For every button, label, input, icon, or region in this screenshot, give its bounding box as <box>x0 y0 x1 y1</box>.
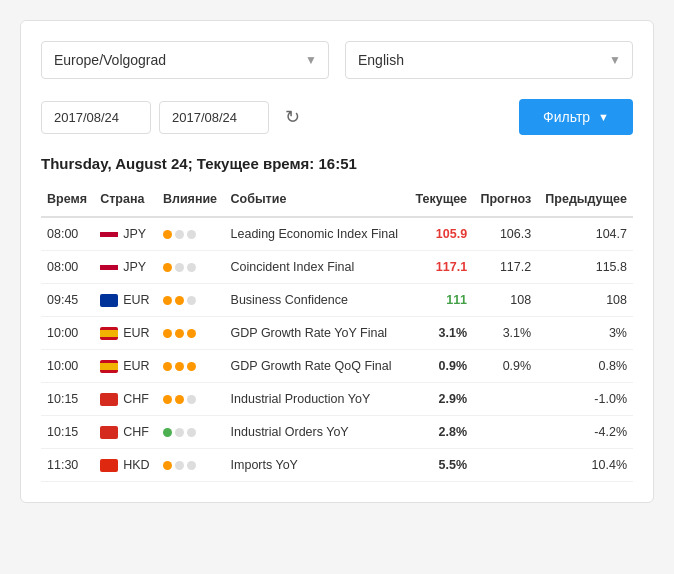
cell-current: 105.9 <box>408 217 473 251</box>
dot-empty <box>175 263 184 272</box>
country-flag <box>100 327 118 340</box>
col-header-previous: Предыдущее <box>537 186 633 217</box>
table-row: 10:00EURGDP Growth Rate YoY Final3.1%3.1… <box>41 317 633 350</box>
col-header-event: Событие <box>225 186 408 217</box>
country-code: CHF <box>123 392 149 406</box>
cell-time: 10:00 <box>41 317 94 350</box>
dot-orange <box>163 395 172 404</box>
dot-orange <box>175 296 184 305</box>
dot-empty <box>187 461 196 470</box>
cell-time: 10:00 <box>41 350 94 383</box>
timezone-select[interactable]: Europe/Volgograd UTC America/New_York Eu… <box>41 41 329 79</box>
dot-empty <box>187 263 196 272</box>
date-to-input[interactable] <box>159 101 269 134</box>
filter-button-label: Фильтр <box>543 109 590 125</box>
col-header-current: Текущее <box>408 186 473 217</box>
cell-country: CHF <box>94 383 157 416</box>
cell-event: Coincident Index Final <box>225 251 408 284</box>
cell-previous: 108 <box>537 284 633 317</box>
cell-previous: -1.0% <box>537 383 633 416</box>
cell-time: 08:00 <box>41 217 94 251</box>
cell-time: 11:30 <box>41 449 94 482</box>
country-flag <box>100 228 118 241</box>
cell-country: EUR <box>94 317 157 350</box>
country-code: EUR <box>123 326 149 340</box>
top-controls: Europe/Volgograd UTC America/New_York Eu… <box>41 41 633 79</box>
cell-time: 10:15 <box>41 383 94 416</box>
country-code: EUR <box>123 293 149 307</box>
col-header-influence: Влияние <box>157 186 225 217</box>
cell-previous: 104.7 <box>537 217 633 251</box>
dot-orange <box>163 329 172 338</box>
timezone-select-wrapper[interactable]: Europe/Volgograd UTC America/New_York Eu… <box>41 41 329 79</box>
cell-previous: 3% <box>537 317 633 350</box>
country-flag <box>100 426 118 439</box>
country-flag <box>100 261 118 274</box>
refresh-button[interactable]: ↻ <box>277 102 308 132</box>
dot-orange <box>163 461 172 470</box>
refresh-icon: ↻ <box>285 107 300 127</box>
cell-forecast: 0.9% <box>473 350 537 383</box>
cell-current: 3.1% <box>408 317 473 350</box>
date-heading: Thursday, August 24; Текущее время: 16:5… <box>41 155 633 172</box>
cell-forecast <box>473 383 537 416</box>
country-code: CHF <box>123 425 149 439</box>
table-row: 11:30HKDImports YoY5.5%10.4% <box>41 449 633 482</box>
table-row: 10:00EURGDP Growth Rate QoQ Final0.9%0.9… <box>41 350 633 383</box>
dot-orange <box>175 362 184 371</box>
cell-country: EUR <box>94 284 157 317</box>
dot-orange <box>163 263 172 272</box>
cell-event: Leading Economic Index Final <box>225 217 408 251</box>
cell-country: JPY <box>94 251 157 284</box>
main-card: Europe/Volgograd UTC America/New_York Eu… <box>20 20 654 503</box>
cell-influence <box>157 217 225 251</box>
filter-chevron-icon: ▼ <box>598 111 609 123</box>
country-flag <box>100 459 118 472</box>
cell-time: 09:45 <box>41 284 94 317</box>
cell-previous: 0.8% <box>537 350 633 383</box>
events-table: Время Страна Влияние Событие Текущее Про… <box>41 186 633 482</box>
dot-empty <box>175 428 184 437</box>
table-row: 08:00JPYLeading Economic Index Final105.… <box>41 217 633 251</box>
cell-forecast: 106.3 <box>473 217 537 251</box>
cell-current: 0.9% <box>408 350 473 383</box>
cell-previous: 10.4% <box>537 449 633 482</box>
dot-empty <box>187 230 196 239</box>
country-flag <box>100 294 118 307</box>
country-code: EUR <box>123 359 149 373</box>
dot-orange <box>175 395 184 404</box>
language-select-wrapper[interactable]: English Russian Chinese German ▼ <box>345 41 633 79</box>
filter-row: ↻ Фильтр ▼ <box>41 99 633 135</box>
country-flag <box>100 360 118 373</box>
cell-country: JPY <box>94 217 157 251</box>
cell-event: GDP Growth Rate QoQ Final <box>225 350 408 383</box>
country-code: JPY <box>123 260 146 274</box>
dot-empty <box>187 395 196 404</box>
date-from-input[interactable] <box>41 101 151 134</box>
cell-forecast: 117.2 <box>473 251 537 284</box>
cell-event: Industrial Production YoY <box>225 383 408 416</box>
cell-current: 117.1 <box>408 251 473 284</box>
cell-current: 5.5% <box>408 449 473 482</box>
dot-empty <box>175 230 184 239</box>
filter-button[interactable]: Фильтр ▼ <box>519 99 633 135</box>
table-row: 09:45EURBusiness Confidence111108108 <box>41 284 633 317</box>
cell-country: HKD <box>94 449 157 482</box>
cell-time: 10:15 <box>41 416 94 449</box>
cell-forecast <box>473 416 537 449</box>
cell-current: 2.8% <box>408 416 473 449</box>
table-row: 10:15CHFIndustrial Orders YoY2.8%-4.2% <box>41 416 633 449</box>
cell-influence <box>157 383 225 416</box>
cell-influence <box>157 251 225 284</box>
dot-orange <box>163 230 172 239</box>
col-header-country: Страна <box>94 186 157 217</box>
cell-forecast: 108 <box>473 284 537 317</box>
cell-previous: -4.2% <box>537 416 633 449</box>
country-code: JPY <box>123 227 146 241</box>
dot-orange <box>175 329 184 338</box>
language-select[interactable]: English Russian Chinese German <box>345 41 633 79</box>
cell-influence <box>157 416 225 449</box>
cell-event: Imports YoY <box>225 449 408 482</box>
dot-green <box>163 428 172 437</box>
dot-orange <box>187 362 196 371</box>
